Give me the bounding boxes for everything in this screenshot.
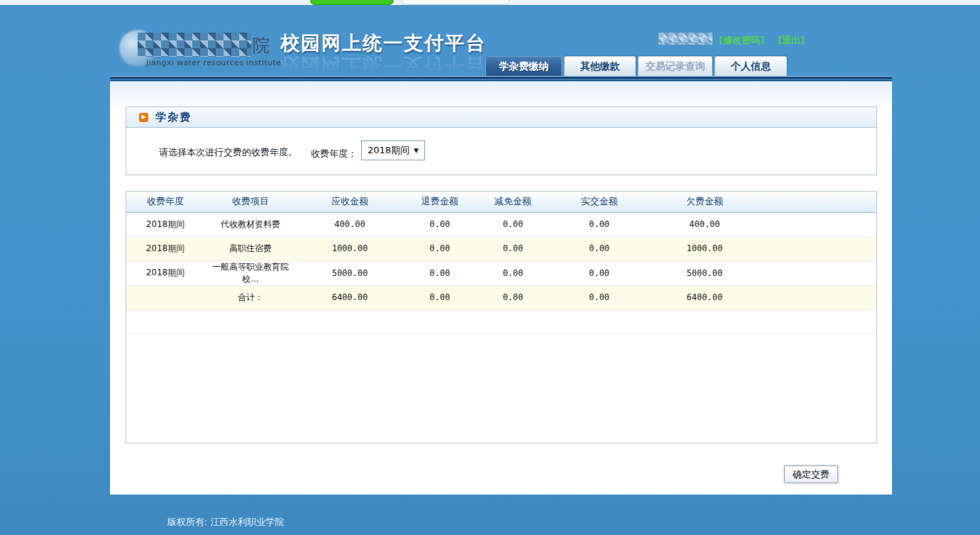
col-header-reduction: 减免金额 [477, 192, 550, 212]
fee-row-total: 合计： 6400.00 0.00 0.00 0.00 6400.00 [126, 285, 876, 309]
year-select-prompt: 请选择本次进行交费的收费年度。 [159, 146, 297, 159]
cell-filler [760, 212, 876, 236]
copyright-owner: 版权所有: 江西水利职业学院 [13, 516, 439, 529]
cell-owed: 400.00 [649, 212, 760, 236]
caret-down-icon: ▼ [414, 147, 419, 154]
fee-row-dormitory: 2018期间 高职住宿费 1000.00 0.00 0.00 0.00 1000… [126, 236, 876, 260]
fee-row-textbook: 2018期间 代收教材资料费 400.00 0.00 0.00 0.00 400… [126, 212, 876, 236]
fee-section-body: 请选择本次进行交费的收费年度。 收费年度： 2018期间 ▼ [126, 128, 876, 175]
cell-year [126, 285, 204, 309]
fee-year-label: 收费年度： [311, 148, 357, 160]
cell-year: 2018期间 [126, 260, 204, 285]
main-content: ▶ 学杂费 请选择本次进行交费的收费年度。 收费年度： 2018期间 ▼ [110, 82, 892, 495]
cell-year: 2018期间 [126, 212, 204, 236]
cell-refund: 0.00 [403, 236, 477, 260]
col-header-filler [760, 192, 876, 212]
cell-reduction: 0.00 [477, 236, 550, 260]
col-header-year: 收费年度 [126, 192, 204, 212]
cell-receivable: 6400.00 [297, 285, 403, 309]
cell-paid: 0.00 [549, 260, 649, 285]
fee-section-header: ▶ 学杂费 [126, 107, 876, 128]
fee-section-panel: ▶ 学杂费 请选择本次进行交费的收费年度。 收费年度： 2018期间 ▼ [126, 106, 877, 175]
cell-item: 代收教材资料费 [204, 212, 297, 236]
tab-transaction-history[interactable]: 交易记录查询 [638, 56, 712, 76]
cell-item: 一般高等职业教育院校... [204, 260, 297, 285]
cell-item: 高职住宿费 [204, 236, 297, 260]
browser-button-remnant-gray[interactable] [401, 0, 510, 5]
school-name-visible-char: 院 [253, 34, 270, 57]
col-header-refund: 退费金额 [403, 192, 477, 212]
cell-paid: 0.00 [549, 212, 649, 236]
cell-owed: 5000.00 [649, 260, 760, 285]
cell-refund: 0.00 [403, 260, 477, 285]
col-header-item: 收费项目 [204, 192, 297, 212]
cell-receivable: 400.00 [297, 212, 403, 236]
change-password-link[interactable]: [修改密码] [719, 34, 764, 47]
cell-filler [760, 260, 876, 285]
browser-button-remnant-green[interactable] [310, 0, 394, 5]
username-blurred [659, 33, 712, 45]
cell-owed: 1000.00 [649, 236, 760, 260]
cell-year: 2018期间 [126, 236, 204, 260]
tab-tuition-payment[interactable]: 学杂费缴纳 [485, 56, 562, 76]
browser-chrome-strip [0, 0, 980, 5]
cell-owed: 6400.00 [649, 285, 760, 309]
fee-row-empty [126, 309, 876, 333]
cell-reduction: 0.00 [477, 212, 550, 236]
cell-receivable: 5000.00 [297, 260, 403, 285]
fee-section-title: 学杂费 [155, 111, 192, 124]
cell-refund: 0.00 [403, 212, 477, 236]
fee-year-selected-value: 2018期间 [368, 144, 409, 157]
confirm-payment-button[interactable]: 确定交费 [784, 465, 838, 483]
tab-other-payment[interactable]: 其他缴款 [564, 56, 636, 76]
cell-paid: 0.00 [549, 236, 649, 260]
cell-empty [126, 309, 876, 333]
cell-reduction: 0.00 [477, 285, 550, 309]
fee-table: 收费年度 收费项目 应收金额 退费金额 减免金额 实交金额 欠费金额 2018 [126, 192, 876, 334]
cell-receivable: 1000.00 [297, 236, 403, 260]
logout-link[interactable]: [退出] [778, 34, 805, 47]
col-header-receivable: 应收金额 [297, 192, 403, 212]
fee-table-header-row: 收费年度 收费项目 应收金额 退费金额 减免金额 实交金额 欠费金额 [126, 192, 876, 212]
cell-filler [760, 236, 876, 260]
site-title-reflection: 校园网上统一支付平台 [280, 53, 486, 78]
tab-personal-info[interactable]: 个人信息 [715, 56, 787, 76]
fee-year-select[interactable]: 2018期间 ▼ [361, 140, 425, 160]
school-name-blurred [138, 33, 251, 57]
nav-tabs: 学杂费缴纳 其他缴款 交易记录查询 个人信息 [485, 56, 787, 76]
fee-table-panel: 收费年度 收费项目 应收金额 退费金额 减免金额 实交金额 欠费金额 2018 [126, 191, 877, 443]
cell-reduction: 0.00 [477, 260, 550, 285]
nav-divider-bar [110, 76, 892, 82]
col-header-paid: 实交金额 [549, 192, 649, 212]
cell-paid: 0.00 [549, 285, 649, 309]
cell-total-label: 合计： [204, 285, 297, 309]
col-header-owed: 欠费金额 [649, 192, 760, 212]
cell-filler [760, 285, 876, 309]
screen: 院 Jiangxi water resources institute 校园网上… [0, 0, 980, 535]
orange-arrow-bullet-icon: ▶ [139, 113, 148, 122]
cell-refund: 0.00 [403, 285, 477, 309]
fee-row-tuition: 2018期间 一般高等职业教育院校... 5000.00 0.00 0.00 0… [126, 260, 876, 285]
school-logo: 院 Jiangxi water resources institute [119, 27, 272, 68]
payment-portal-page: 院 Jiangxi water resources institute 校园网上… [0, 5, 980, 535]
school-name-english: Jiangxi water resources institute [146, 58, 281, 67]
